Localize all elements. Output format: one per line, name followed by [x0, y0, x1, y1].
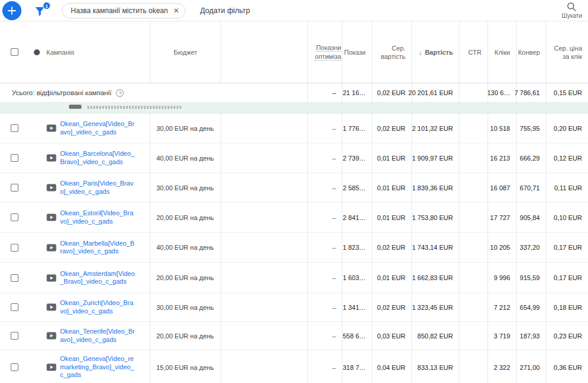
ctr-cell [459, 114, 488, 143]
empty-cell [221, 350, 307, 383]
cost-cell: 2 101,32 EUR [411, 114, 459, 143]
column-header-avg-cpc[interactable]: Сер. ціна за клік [546, 21, 588, 83]
impressions-cell: 1 341… [342, 293, 372, 321]
opt-score-cell: – [307, 263, 342, 293]
summary-row: Усього: відфільтровані кампанії ? – 21 1… [0, 83, 588, 103]
filter-funnel-button[interactable]: 1 [34, 4, 48, 17]
conversions-cell: 755,95 [516, 114, 546, 143]
row-checkbox[interactable] [11, 332, 18, 340]
row-checkbox[interactable] [11, 124, 18, 132]
campaign-name-link[interactable]: Okean_Paris[Video_Bravo]_video_c_gads [60, 180, 136, 196]
campaign-cell: Okean_Tenerife[Video_Bravo]_video_c_gads [46, 322, 150, 350]
row-checkbox[interactable] [11, 363, 18, 371]
column-header-ctr[interactable]: CTR [459, 21, 488, 83]
cut-row-icon [69, 105, 81, 109]
search-label: Шукати [562, 12, 582, 19]
table-row: Okean_Barcelona[Video_Bravo]_video_c_gad… [0, 143, 588, 173]
row-checkbox[interactable] [11, 303, 18, 311]
campaign-name-link[interactable]: Okean_Amsterdam[Video_Bravo]_video_c_gad… [60, 270, 136, 286]
column-header-budget[interactable]: Бюджет [150, 21, 221, 83]
empty-cell [221, 203, 307, 232]
table-row: Okean_Marbella[Video_Bravo]_video_c_gads… [0, 233, 588, 263]
help-icon[interactable]: ? [116, 89, 124, 97]
column-header-avg-cost[interactable]: Сер. вартість [372, 21, 411, 83]
column-header-conversions[interactable]: Конвер [516, 21, 546, 83]
column-header-impressions[interactable]: Покази [342, 21, 372, 83]
row-checkbox[interactable] [11, 154, 18, 162]
avg-cpc-cell: 0,11 EUR [546, 173, 588, 202]
budget-cell[interactable]: 20,00 EUR на день [150, 203, 221, 232]
campaign-cell: Okean_Amsterdam[Video_Bravo]_video_c_gad… [46, 263, 150, 293]
opt-score-cell: – [307, 203, 342, 232]
clicks-cell: 16 213 [488, 143, 516, 172]
cost-cell: 1 662,83 EUR [411, 263, 459, 293]
row-checkbox[interactable] [11, 214, 18, 221]
campaign-name-link[interactable]: Okean_Marbella[Video_Bravo]_video_c_gads [60, 240, 136, 256]
remove-filter-icon[interactable]: ✕ [173, 7, 179, 14]
cost-cell: 1 753,80 EUR [411, 203, 459, 232]
impressions-cell: 1 776… [342, 114, 372, 143]
campaign-name-link[interactable]: Okean_Tenerife[Video_Bravo]_video_c_gads [60, 328, 136, 344]
avg-cost-cell: 0,02 EUR [372, 293, 411, 321]
avg-cpc-cell: 0,36 EUR [546, 350, 588, 383]
summary-impressions: 21 16… [342, 83, 372, 102]
campaign-cell: Okean_Geneva[Video_Bravo]_video_c_gads [46, 114, 150, 143]
budget-cell[interactable]: 30,00 EUR на день [150, 293, 221, 321]
column-header-opt-score[interactable]: Показни оптиміза [307, 21, 342, 83]
video-campaign-icon [46, 184, 56, 192]
cost-cell: 1 743,14 EUR [411, 233, 459, 262]
active-filter-chip[interactable]: Назва кампанії містить okean ✕ [62, 3, 185, 18]
plus-icon [7, 5, 17, 16]
campaign-name-link[interactable]: Okean_Estoril[Video_Bravo]_video_c_gads [60, 209, 136, 225]
impressions-cell: 318 7… [342, 350, 372, 383]
clicks-cell: 9 996 [488, 263, 516, 293]
avg-cpc-cell: 0,18 EUR [546, 293, 588, 321]
campaign-name-link[interactable]: Okean_Geneva[Video_remarketing_Bravo]_vi… [60, 355, 136, 379]
cost-cell: 1 839,36 EUR [411, 173, 459, 202]
campaign-name-link[interactable]: Okean_Barcelona[Video_Bravo]_video_c_gad… [60, 150, 136, 166]
budget-cell[interactable]: 30,00 EUR на день [150, 114, 221, 143]
campaign-cell: Okean_Marbella[Video_Bravo]_video_c_gads [46, 233, 150, 262]
ctr-cell [459, 293, 488, 321]
campaign-name-link[interactable]: Okean_Geneva[Video_Bravo]_video_c_gads [60, 120, 136, 136]
add-campaign-button[interactable] [2, 1, 21, 20]
search-button[interactable]: Шукати [562, 2, 582, 19]
select-all-checkbox[interactable] [11, 48, 18, 56]
budget-cell[interactable]: 40,00 EUR на день [150, 233, 221, 262]
column-header-clicks[interactable]: Кліки [488, 21, 516, 83]
partial-highlighted-row [0, 103, 588, 114]
conversions-cell: 271,00 [516, 350, 546, 383]
table-row: Okean_Geneva[Video_Bravo]_video_c_gads 3… [0, 114, 588, 143]
sort-descending-icon: ↓ [419, 49, 422, 56]
budget-cell[interactable]: 20,00 EUR на день [150, 322, 221, 350]
clicks-cell: 7 212 [488, 293, 516, 321]
summary-opt: – [307, 83, 342, 102]
clicks-cell: 10 518 [488, 114, 516, 143]
budget-cell[interactable]: 20,00 EUR на день [150, 263, 221, 293]
campaign-cell: Okean_Estoril[Video_Bravo]_video_c_gads [46, 203, 150, 232]
campaign-cell: Okean_Zurich[Video_Bravo]_video_c_gads [46, 293, 150, 321]
conversions-cell: 905,84 [516, 203, 546, 232]
row-status-cell [29, 173, 46, 202]
budget-cell[interactable]: 30,00 EUR на день [150, 173, 221, 202]
column-header-cost-sorted[interactable]: ↓ Вартість [411, 21, 459, 83]
budget-cell[interactable]: 15,00 EUR на день [150, 350, 221, 383]
budget-cell[interactable]: 40,00 EUR на день [150, 143, 221, 172]
opt-score-cell: – [307, 173, 342, 202]
impressions-cell: 2 585… [342, 173, 372, 202]
row-checkbox[interactable] [11, 244, 18, 252]
opt-score-cell: – [307, 143, 342, 172]
campaign-name-link[interactable]: Okean_Zurich[Video_Bravo]_video_c_gads [60, 299, 136, 315]
add-filter-button[interactable]: Додати фільтр [200, 7, 250, 15]
filter-count-badge: 1 [43, 2, 51, 10]
impressions-cell: 2 739… [342, 143, 372, 172]
ctr-cell [459, 203, 488, 232]
summary-conversions: 7 786,61 [516, 83, 546, 102]
video-campaign-icon [46, 332, 56, 340]
status-dot-icon[interactable] [34, 49, 40, 55]
column-header-campaign[interactable]: Кампанія [46, 21, 150, 83]
clicks-cell: 16 087 [488, 173, 516, 202]
row-checkbox[interactable] [11, 184, 18, 192]
row-checkbox[interactable] [11, 274, 18, 282]
row-status-cell [29, 233, 46, 262]
